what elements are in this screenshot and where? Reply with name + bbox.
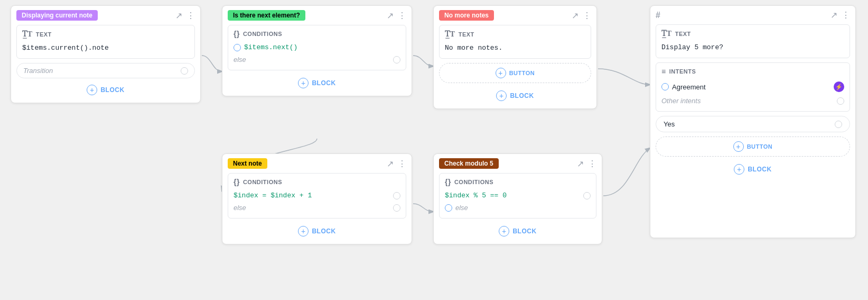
card4-yes-radio[interactable] bbox=[835, 121, 842, 128]
card4-add-block[interactable]: + BLOCK bbox=[656, 161, 850, 178]
expand-icon[interactable]: ↗ bbox=[175, 11, 182, 21]
card1-block-label: BLOCK bbox=[100, 86, 124, 94]
card4-text-value: Display 5 more? bbox=[661, 41, 844, 53]
card1-body: T̲T TEXT $items.current().note Transitio… bbox=[11, 21, 200, 103]
intents-icon: ≡ bbox=[661, 67, 666, 76]
card2-header: Is there next element? ↗ ⋮ bbox=[222, 6, 412, 21]
card4-block-label: BLOCK bbox=[748, 166, 771, 173]
card-displaying-current-note: Displaying current note ↗ ⋮ T̲T TEXT $it… bbox=[11, 5, 201, 103]
lightning-icon: ⚡ bbox=[835, 84, 843, 90]
card6-condition1-value: $index % 5 == 0 bbox=[445, 192, 507, 199]
expand-icon6[interactable]: ↗ bbox=[577, 159, 584, 169]
more-icon4[interactable]: ⋮ bbox=[842, 10, 850, 20]
card5-icons[interactable]: ↗ ⋮ bbox=[387, 159, 406, 169]
conditions-icon6: {} bbox=[445, 178, 451, 186]
card2-else-label: else bbox=[234, 56, 246, 63]
card-display-5-more: # ↗ ⋮ T̲T TEXT Display 5 more? ≡ INTENTS bbox=[650, 5, 856, 238]
card1-text-label: TEXT bbox=[36, 31, 52, 38]
card2-block-label: BLOCK bbox=[312, 79, 335, 87]
card6-else-row: else bbox=[445, 202, 591, 214]
card6-header: Check modulo 5 ↗ ⋮ bbox=[434, 154, 602, 169]
card5-else-radio[interactable] bbox=[393, 204, 400, 212]
expand-icon3[interactable]: ↗ bbox=[572, 11, 578, 21]
transition-radio[interactable] bbox=[181, 67, 188, 75]
card4-plus-icon[interactable]: + bbox=[734, 164, 744, 175]
card1-icons[interactable]: ↗ ⋮ bbox=[175, 11, 195, 21]
card3-add-block[interactable]: + BLOCK bbox=[439, 87, 591, 104]
card4-other-intents-row: Other intents bbox=[661, 95, 844, 107]
card4-intent1-radio[interactable] bbox=[661, 83, 669, 90]
card4-body: T̲T TEXT Display 5 more? ≡ INTENTS Agree… bbox=[650, 20, 855, 182]
card1-header: Displaying current note ↗ ⋮ bbox=[11, 6, 200, 21]
text-icon4: T̲T bbox=[661, 29, 672, 38]
canvas: Displaying current note ↗ ⋮ T̲T TEXT $it… bbox=[0, 0, 868, 300]
expand-icon2[interactable]: ↗ bbox=[387, 11, 394, 21]
card-check-modulo-5: Check modulo 5 ↗ ⋮ {} CONDITIONS $index … bbox=[433, 153, 602, 244]
card2-badge: Is there next element? bbox=[228, 10, 305, 21]
card-no-more-notes: No more notes ↗ ⋮ T̲T TEXT No more notes… bbox=[433, 5, 597, 109]
card1-transition[interactable]: Transition bbox=[16, 63, 195, 78]
card5-plus-icon[interactable]: + bbox=[298, 226, 309, 237]
card3-text-value: No more notes. bbox=[445, 42, 585, 54]
card4-yes-pill[interactable]: Yes bbox=[656, 116, 850, 132]
more-icon3[interactable]: ⋮ bbox=[583, 11, 591, 21]
intent-lightning-badge: ⚡ bbox=[834, 81, 844, 92]
card3-text-label: TEXT bbox=[459, 31, 474, 38]
more-icon[interactable]: ⋮ bbox=[186, 11, 195, 21]
expand-icon5[interactable]: ↗ bbox=[387, 159, 394, 169]
card4-other-intents-radio[interactable] bbox=[837, 97, 844, 105]
card1-add-block[interactable]: + BLOCK bbox=[16, 81, 195, 98]
card5-condition1-row: $index = $index + 1 bbox=[234, 189, 400, 202]
card4-button-label: BUTTON bbox=[747, 143, 773, 150]
card2-icons[interactable]: ↗ ⋮ bbox=[387, 11, 406, 21]
card6-block-label: BLOCK bbox=[512, 228, 536, 235]
card2-condition1-radio[interactable] bbox=[234, 44, 241, 51]
card2-condition1-row: $items.next() bbox=[234, 41, 400, 53]
more-icon5[interactable]: ⋮ bbox=[398, 159, 406, 169]
card5-else-row: else bbox=[234, 202, 400, 214]
card2-conditions-section: {} CONDITIONS $items.next() else bbox=[228, 25, 406, 70]
card3-plus-icon[interactable]: + bbox=[496, 68, 506, 78]
card4-text-label: TEXT bbox=[675, 31, 691, 37]
card5-condition1-radio[interactable] bbox=[393, 192, 400, 199]
card2-add-block[interactable]: + BLOCK bbox=[228, 75, 406, 92]
card4-icons[interactable]: ↗ ⋮ bbox=[830, 10, 850, 20]
card5-conditions-section: {} CONDITIONS $index = $index + 1 else bbox=[228, 173, 406, 219]
text-icon3: T̲T bbox=[445, 30, 455, 39]
card6-plus-icon[interactable]: + bbox=[499, 226, 509, 237]
card3-block-label: BLOCK bbox=[510, 92, 534, 99]
card5-badge: Next note bbox=[228, 158, 267, 169]
conditions-icon2: {} bbox=[234, 30, 240, 38]
card4-intents-section: ≡ INTENTS Agreement ⚡ Other intents bbox=[656, 62, 850, 112]
card1-text-title: T̲T TEXT bbox=[22, 30, 189, 39]
expand-icon4[interactable]: ↗ bbox=[830, 10, 837, 20]
card1-text-section: T̲T TEXT $items.current().note bbox=[16, 25, 195, 59]
card2-conditions-title: {} CONDITIONS bbox=[234, 30, 400, 38]
card6-else-radio-blue[interactable] bbox=[445, 204, 452, 212]
card1-plus-icon[interactable]: + bbox=[87, 85, 97, 95]
card3-add-plus-icon[interactable]: + bbox=[496, 90, 507, 101]
card2-else-radio[interactable] bbox=[393, 56, 400, 63]
card4-hash-icon: # bbox=[656, 11, 660, 20]
card4-intent1-row: Agreement ⚡ bbox=[661, 79, 844, 95]
card4-button-dashed[interactable]: + BUTTON bbox=[656, 137, 850, 157]
conditions-icon5: {} bbox=[234, 178, 240, 186]
card6-add-block[interactable]: + BLOCK bbox=[439, 223, 596, 240]
card4-button-plus[interactable]: + bbox=[733, 141, 744, 152]
card6-condition1-radio[interactable] bbox=[583, 192, 591, 199]
card-next-note: Next note ↗ ⋮ {} CONDITIONS $index = $in… bbox=[222, 153, 412, 244]
card6-conditions-label: CONDITIONS bbox=[454, 179, 493, 185]
card6-icons[interactable]: ↗ ⋮ bbox=[577, 159, 596, 169]
card4-text-section: T̲T TEXT Display 5 more? bbox=[656, 24, 850, 58]
card3-text-title: T̲T TEXT bbox=[445, 30, 585, 39]
card3-icons[interactable]: ↗ ⋮ bbox=[572, 11, 591, 21]
card5-header: Next note ↗ ⋮ bbox=[222, 154, 412, 169]
card3-button-dashed[interactable]: + BUTTON bbox=[439, 63, 591, 83]
card6-conditions-title: {} CONDITIONS bbox=[445, 178, 591, 186]
card5-add-block[interactable]: + BLOCK bbox=[228, 223, 406, 240]
card2-condition1-value: $items.next() bbox=[244, 43, 297, 51]
card5-else-label: else bbox=[234, 204, 246, 212]
card2-plus-icon[interactable]: + bbox=[298, 78, 309, 88]
more-icon6[interactable]: ⋮ bbox=[588, 159, 596, 169]
more-icon2[interactable]: ⋮ bbox=[398, 11, 406, 21]
